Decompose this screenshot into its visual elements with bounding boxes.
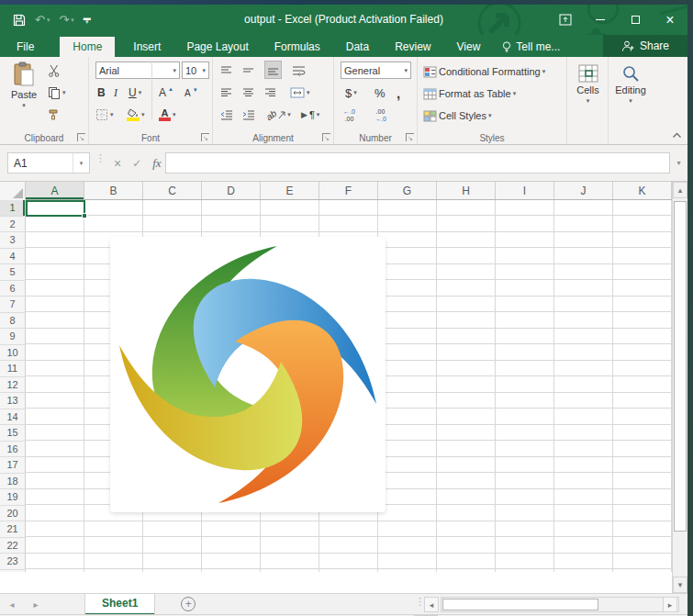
close-button[interactable]: × xyxy=(653,5,687,35)
format-painter-button[interactable] xyxy=(48,106,61,124)
row-header-1[interactable]: 1 xyxy=(0,200,26,217)
collapse-ribbon-icon[interactable] xyxy=(672,129,682,140)
cut-button[interactable] xyxy=(48,62,61,80)
maximize-button[interactable] xyxy=(618,5,653,35)
horizontal-scroll-thumb[interactable] xyxy=(442,599,598,610)
row-header-12[interactable]: 12 xyxy=(0,377,26,394)
increase-decimal-button[interactable]: ←.0 .00 xyxy=(343,106,355,124)
scroll-up-icon[interactable]: ▴ xyxy=(673,182,687,198)
row-header-17[interactable]: 17 xyxy=(0,457,26,474)
font-name-select[interactable]: Arial▾ xyxy=(95,62,180,79)
orientation-button[interactable]: ab ▾ xyxy=(266,106,291,124)
column-header-g[interactable]: G xyxy=(378,182,437,199)
tab-review[interactable]: Review xyxy=(382,37,443,57)
row-header-23[interactable]: 23 xyxy=(0,554,26,570)
editing-button[interactable]: Editing ▾ xyxy=(611,64,650,105)
fill-handle[interactable] xyxy=(82,213,87,218)
selected-cell-a1[interactable] xyxy=(26,200,85,217)
paste-button[interactable]: Paste ▾ xyxy=(6,62,42,109)
row-header-10[interactable]: 10 xyxy=(0,345,26,362)
row-header-18[interactable]: 18 xyxy=(0,474,26,490)
sheet-body[interactable]: 123456789101112131415161718192021222324 xyxy=(0,200,672,572)
row-header-13[interactable]: 13 xyxy=(0,393,26,409)
wrap-text-button[interactable] xyxy=(292,62,306,80)
cell-styles-button[interactable]: Cell Styles▾ xyxy=(423,106,491,125)
row-header-19[interactable]: 19 xyxy=(0,489,26,506)
share-button[interactable]: Share xyxy=(603,35,687,57)
italic-button[interactable]: I xyxy=(114,84,117,102)
sheet-nav-right-icon[interactable]: ▸ xyxy=(24,599,48,610)
tab-file[interactable]: File xyxy=(4,37,47,57)
column-header-f[interactable]: F xyxy=(319,182,378,199)
row-header-2[interactable]: 2 xyxy=(0,217,26,233)
increase-indent-button[interactable] xyxy=(242,106,255,124)
new-sheet-icon[interactable]: + xyxy=(181,597,196,611)
row-header-4[interactable]: 4 xyxy=(0,249,26,265)
align-middle-button[interactable] xyxy=(242,62,254,80)
align-bottom-button[interactable] xyxy=(264,61,282,79)
column-header-h[interactable]: H xyxy=(437,182,496,199)
formula-input[interactable] xyxy=(165,152,670,174)
column-header-j[interactable]: J xyxy=(554,182,613,199)
clipboard-dialog-launcher-icon[interactable]: ↘ xyxy=(77,133,85,141)
column-header-e[interactable]: E xyxy=(261,182,319,199)
column-header-k[interactable]: K xyxy=(613,182,672,199)
alignment-dialog-launcher-icon[interactable]: ↘ xyxy=(322,133,330,141)
vertical-scroll-thumb[interactable] xyxy=(674,201,687,532)
row-header-20[interactable]: 20 xyxy=(0,506,26,522)
comma-format-button[interactable]: , xyxy=(397,84,400,102)
swirl-logo-image[interactable] xyxy=(107,234,388,515)
row-header-16[interactable]: 16 xyxy=(0,442,26,458)
column-header-c[interactable]: C xyxy=(143,182,202,199)
formula-bar-expand-icon[interactable]: ▾ xyxy=(672,152,686,174)
underline-button[interactable]: U▾ xyxy=(129,84,141,102)
row-header-8[interactable]: 8 xyxy=(0,313,26,330)
row-header-21[interactable]: 21 xyxy=(0,521,26,538)
column-header-a[interactable]: A xyxy=(26,182,84,199)
decrease-indent-button[interactable] xyxy=(220,106,233,124)
tab-home[interactable]: Home xyxy=(60,37,115,57)
cancel-icon[interactable]: × xyxy=(114,156,121,171)
increase-font-size-button[interactable]: A▲ xyxy=(159,84,173,102)
font-size-select[interactable]: 10▾ xyxy=(182,62,209,79)
tab-page-layout[interactable]: Page Layout xyxy=(173,37,261,57)
row-header-11[interactable]: 11 xyxy=(0,361,26,377)
row-header-3[interactable]: 3 xyxy=(0,232,26,249)
borders-button[interactable]: ▾ xyxy=(95,106,114,124)
decrease-decimal-button[interactable]: .00 →.0 xyxy=(374,106,386,124)
align-left-button[interactable] xyxy=(220,84,232,102)
tab-insert[interactable]: Insert xyxy=(120,37,173,57)
row-header-5[interactable]: 5 xyxy=(0,264,26,281)
tab-formulas[interactable]: Formulas xyxy=(262,37,333,57)
row-header-9[interactable]: 9 xyxy=(0,329,26,345)
fill-color-button[interactable]: ▾ xyxy=(127,106,145,124)
row-header-24[interactable]: 24 xyxy=(0,570,26,573)
name-box-dropdown-icon[interactable]: ▾ xyxy=(73,153,89,173)
tell-me-box[interactable]: Tell me... xyxy=(493,37,569,57)
row-header-6[interactable]: 6 xyxy=(0,281,26,297)
currency-format-button[interactable]: $▾ xyxy=(345,84,357,102)
font-dialog-launcher-icon[interactable]: ↘ xyxy=(201,133,209,141)
number-dialog-launcher-icon[interactable]: ↘ xyxy=(406,133,414,141)
minimize-button[interactable] xyxy=(583,5,618,35)
format-as-table-button[interactable]: Format as Table▾ xyxy=(423,84,516,103)
text-direction-button[interactable]: ▶ ¶ ▾ xyxy=(301,106,319,124)
scroll-down-icon[interactable]: ▾ xyxy=(673,577,687,593)
align-center-button[interactable] xyxy=(242,84,254,102)
ribbon-display-options-icon[interactable] xyxy=(548,5,583,35)
tab-data[interactable]: Data xyxy=(333,37,382,57)
enter-icon[interactable]: ✓ xyxy=(132,157,141,170)
column-header-d[interactable]: D xyxy=(202,182,261,199)
cells-button[interactable]: Cells ▾ xyxy=(570,64,606,105)
percent-format-button[interactable]: % xyxy=(374,84,386,102)
sheet-tab-sheet1[interactable]: Sheet1 xyxy=(84,594,155,615)
insert-function-icon[interactable]: fx xyxy=(152,156,161,171)
formula-bar-resize-handle[interactable]: ⋮ xyxy=(95,156,106,161)
font-color-button[interactable]: A ▾ xyxy=(159,106,176,124)
tab-view[interactable]: View xyxy=(444,37,494,57)
copy-button[interactable]: ▾ xyxy=(48,84,66,102)
select-all-corner[interactable] xyxy=(0,182,26,200)
decrease-font-size-button[interactable]: A▼ xyxy=(184,84,198,102)
row-header-14[interactable]: 14 xyxy=(0,409,26,426)
vertical-scrollbar[interactable]: ▴ ▾ xyxy=(672,182,687,593)
